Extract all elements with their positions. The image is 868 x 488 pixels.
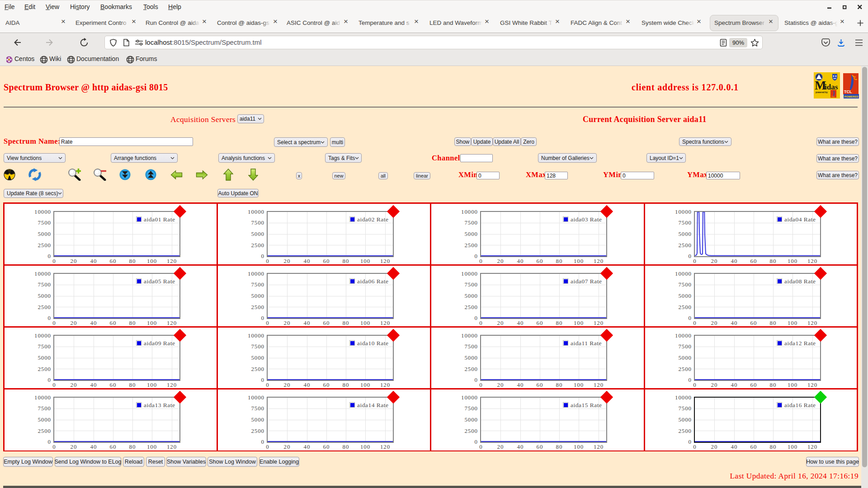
svg-text:TCL: TCL [844, 89, 852, 94]
svg-text:powered by: powered by [816, 91, 828, 94]
svg-text:POWERED: POWERED [844, 95, 859, 98]
svg-text:TCL: TCL [831, 96, 835, 98]
